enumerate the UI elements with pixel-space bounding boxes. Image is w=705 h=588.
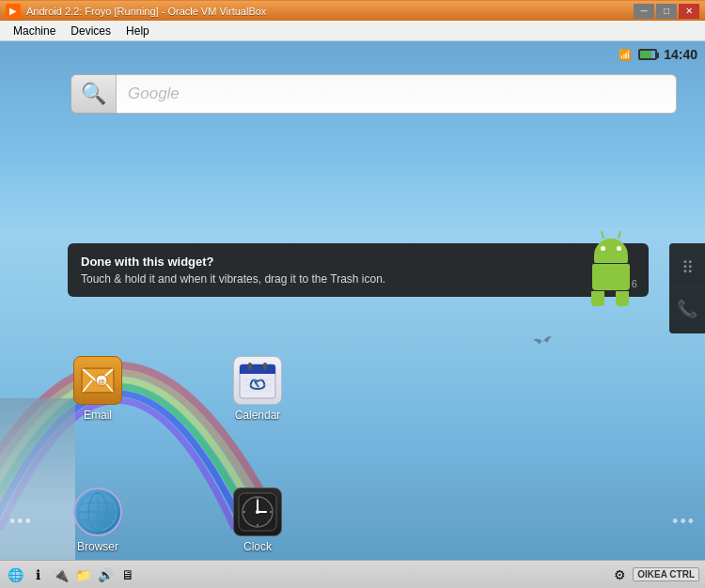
robot-eye-right (617, 246, 621, 251)
search-icon: 🔍 (70, 74, 116, 114)
menu-help[interactable]: Help (118, 23, 157, 39)
svg-point-18 (79, 493, 117, 531)
robot-head (594, 239, 628, 263)
robot-body (592, 264, 630, 290)
minimize-button[interactable]: ─ (634, 4, 654, 19)
calendar-app-icon[interactable]: Calendar (233, 356, 282, 422)
usb-icon: 🔌 (51, 565, 70, 584)
ctrl-label: OIKEA CTRL (633, 567, 699, 581)
calendar-icon-image (233, 356, 282, 405)
tooltip-title: Done with this widget? (81, 255, 635, 269)
bottom-taskbar: 🌐 ℹ 🔌 📁 🔊 🖥 ⚙ OIKEA CTRL (0, 560, 705, 588)
shared-folder-icon: 📁 (73, 565, 92, 584)
email-icon-image: @ (73, 356, 122, 405)
dialer-button[interactable]: ⠿ (670, 247, 704, 288)
android-screen: 📶 14:40 🔍 Google Done with this widget? … (0, 41, 705, 586)
titlebar-icon: ▶ (6, 4, 21, 19)
bird-decoration (530, 331, 556, 356)
tooltip-body: Touch & hold it and when it vibrates, dr… (81, 272, 635, 286)
nav-dots-right[interactable]: ••• (672, 512, 696, 532)
titlebar-title: Android 2.2: Froyo [Running] - Oracle VM… (26, 6, 632, 17)
clock-icon-label: Clock (243, 540, 272, 553)
svg-rect-9 (248, 363, 252, 370)
restore-button[interactable]: □ (656, 4, 677, 19)
side-panel: ⠿ 📞 (669, 243, 705, 333)
info-icon: ℹ (28, 565, 47, 584)
network-icon: 🌐 (6, 565, 24, 584)
browser-icon-label: Browser (77, 540, 118, 553)
svg-rect-10 (263, 363, 267, 370)
clock-icon-image (233, 487, 282, 536)
audio-icon: 🔊 (96, 565, 115, 584)
nav-dots-left[interactable]: ••• (9, 512, 33, 532)
titlebar: ▶ Android 2.2: Froyo [Running] - Oracle … (0, 0, 705, 21)
settings-icon[interactable]: ⚙ (610, 565, 629, 584)
email-app-icon[interactable]: @ Email (73, 356, 122, 422)
robot-eye-left (601, 246, 605, 251)
tooltip-widget: Done with this widget? Touch & hold it a… (68, 243, 649, 297)
search-input[interactable]: Google (116, 74, 677, 114)
bottom-right-area: ⚙ OIKEA CTRL (610, 565, 699, 584)
waterfall-decoration (0, 398, 75, 586)
search-bar[interactable]: 🔍 Google (70, 74, 677, 114)
svg-text:@: @ (98, 378, 105, 386)
phone-button[interactable]: 📞 (670, 288, 704, 330)
email-icon-label: Email (84, 409, 112, 422)
status-bar: 📶 14:40 (611, 41, 705, 68)
svg-point-23 (256, 510, 259, 514)
display-icon: 🖥 (118, 565, 137, 584)
browser-app-icon[interactable]: Browser (73, 487, 122, 553)
browser-icon-image (73, 487, 122, 536)
status-time: 14:40 (664, 47, 697, 62)
close-button[interactable]: ✕ (679, 4, 699, 19)
search-placeholder: Google (128, 85, 180, 103)
android-robot (588, 239, 634, 304)
menu-devices[interactable]: Devices (63, 23, 118, 39)
svg-rect-8 (240, 370, 275, 374)
robot-legs (588, 291, 633, 306)
menubar: Machine Devices Help (0, 21, 705, 41)
calendar-icon-label: Calendar (235, 409, 281, 422)
menu-machine[interactable]: Machine (6, 23, 63, 39)
clock-app-icon[interactable]: Clock (233, 487, 282, 553)
